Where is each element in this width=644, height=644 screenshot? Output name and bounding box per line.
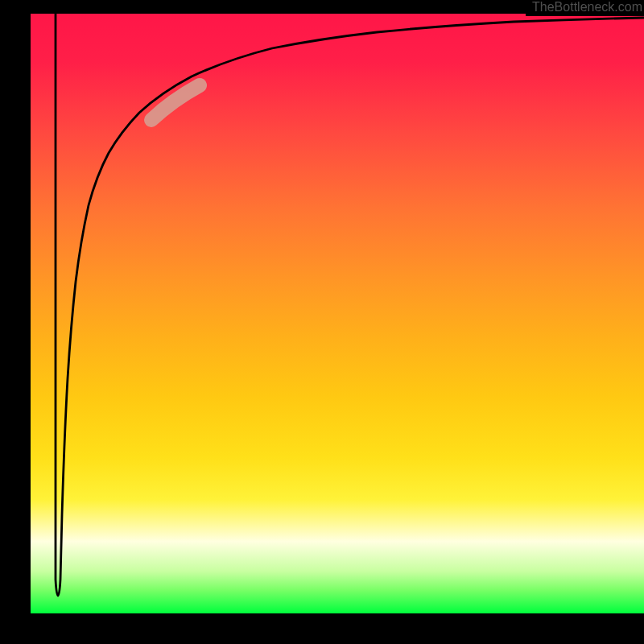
- chart-frame: TheBottleneck.com: [0, 0, 644, 644]
- plot-area: TheBottleneck.com: [31, 0, 644, 613]
- highlight-segment: [151, 85, 200, 120]
- chart-svg: [31, 0, 644, 613]
- bottleneck-curve: [56, 14, 644, 596]
- attribution-text: TheBottleneck.com: [526, 0, 644, 16]
